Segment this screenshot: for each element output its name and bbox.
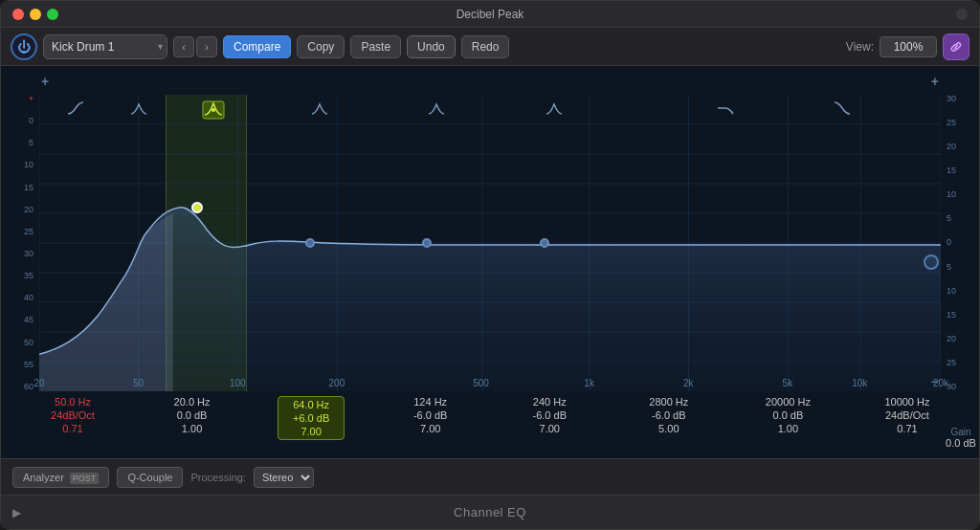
band1-gain: 24dB/Oct xyxy=(51,409,95,421)
gain-label: Gain xyxy=(943,427,979,437)
nav-next-button[interactable]: › xyxy=(196,36,217,57)
footer-title: Channel EQ xyxy=(454,505,526,519)
band4-gain: -6.0 dB xyxy=(413,409,447,421)
band7-freq: 20000 Hz xyxy=(766,396,811,408)
window-controls xyxy=(12,9,58,20)
band3-gain: +6.0 dB xyxy=(293,412,329,424)
title-bar: Decibel Peak xyxy=(1,1,979,28)
band8-handle[interactable] xyxy=(833,100,852,121)
svg-point-21 xyxy=(212,108,215,112)
main-window: Decibel Peak ⏻ Kick Drum 1 ▾ ‹ › Compare… xyxy=(0,0,980,530)
y-label-r25b: 25 xyxy=(947,359,956,367)
eq-point-band4[interactable] xyxy=(305,238,315,248)
band5-gain: -6.0 dB xyxy=(533,409,567,421)
y-label-10a: 10 xyxy=(24,161,33,169)
band6-handle[interactable] xyxy=(545,100,564,121)
y-label-r10b: 10 xyxy=(947,287,956,296)
x-label-500: 500 xyxy=(473,378,489,388)
band2-handle[interactable] xyxy=(129,100,148,121)
paste-button[interactable]: Paste xyxy=(350,35,401,58)
y-label-r15: 15 xyxy=(947,166,956,175)
close-button[interactable] xyxy=(12,9,24,20)
eq-point-band3[interactable] xyxy=(191,202,203,213)
power-button[interactable]: ⏻ xyxy=(11,33,37,60)
x-label-50: 50 xyxy=(133,378,144,388)
x-label-10k: 10k xyxy=(852,378,867,388)
band5-freq: 240 Hz xyxy=(533,396,567,408)
y-label-0: 0 xyxy=(29,117,33,125)
y-label-30a: 30 xyxy=(24,250,33,258)
y-label-r0: 0 xyxy=(947,238,951,247)
compare-button[interactable]: Compare xyxy=(223,35,291,58)
x-axis: 20 50 100 200 500 1k 2k 5k 10k 20k xyxy=(39,374,941,391)
qcouple-button[interactable]: Q-Couple xyxy=(117,467,183,488)
maximize-button[interactable] xyxy=(47,9,58,20)
eq-main-area[interactable] xyxy=(39,95,941,391)
y-label-plus: + xyxy=(29,95,33,103)
processing-label: Processing: xyxy=(190,472,245,483)
x-label-5k: 5k xyxy=(783,378,793,388)
band3-info: 64.0 Hz +6.0 dB 7.00 xyxy=(278,396,345,440)
band7-q: 1.00 xyxy=(778,423,798,434)
preset-select[interactable]: Kick Drum 1 xyxy=(43,34,167,59)
y-label-40a: 40 xyxy=(24,294,33,302)
bottom-controls: Analyzer POST Q-Couple Processing: Stere… xyxy=(1,458,979,495)
resize-icon xyxy=(956,9,968,20)
band8-info: 10000 Hz 24dB/Oct 0.71 xyxy=(874,396,941,434)
play-button[interactable]: ▶ xyxy=(12,506,21,519)
analyzer-button[interactable]: Analyzer POST xyxy=(12,467,109,488)
y-label-20a: 20 xyxy=(24,206,33,214)
band2-gain: 0.0 dB xyxy=(177,409,208,421)
band7-gain: 0.0 dB xyxy=(772,409,803,421)
band-info-row: 50.0 Hz 24dB/Oct 0.71 20.0 Hz 0.0 dB 1.0… xyxy=(39,396,941,449)
band4-freq: 124 Hz xyxy=(413,396,447,408)
band2-info: 20.0 Hz 0.0 dB 1.00 xyxy=(159,396,226,434)
minimize-button[interactable] xyxy=(30,9,41,20)
band3-q: 7.00 xyxy=(301,426,321,437)
y-label-r20: 20 xyxy=(947,143,956,151)
link-button[interactable] xyxy=(943,33,969,60)
title-bar-right xyxy=(956,9,968,20)
x-label-200: 200 xyxy=(329,378,345,388)
preset-selector-wrapper: Kick Drum 1 ▾ xyxy=(43,34,167,59)
band6-info: 2800 Hz -6.0 dB 5.00 xyxy=(635,396,702,434)
link-icon xyxy=(949,40,963,54)
band5-info: 240 Hz -6.0 dB 7.00 xyxy=(516,396,583,434)
band6-gain: -6.0 dB xyxy=(652,409,685,421)
y-label-15a: 15 xyxy=(24,184,33,192)
band4-info: 124 Hz -6.0 dB 7.00 xyxy=(397,396,464,434)
processing-select[interactable]: Stereo Left Right Mid Side xyxy=(254,467,314,488)
band4-q: 7.00 xyxy=(420,423,440,434)
band4-handle[interactable] xyxy=(310,100,329,121)
undo-button[interactable]: Undo xyxy=(407,35,456,58)
band8-freq: 10000 Hz xyxy=(884,396,929,408)
plus-right-icon: + xyxy=(931,74,939,89)
redo-button[interactable]: Redo xyxy=(461,35,510,58)
x-label-100: 100 xyxy=(230,378,246,388)
y-label-50a: 50 xyxy=(24,339,33,347)
plus-left-icon: + xyxy=(41,74,49,89)
band2-freq: 20.0 Hz xyxy=(174,396,211,408)
eq-container: + 0 5 10 15 20 25 30 35 40 45 50 55 60 3… xyxy=(1,66,979,458)
band7-handle[interactable] xyxy=(716,100,735,121)
x-label-20: 20 xyxy=(33,378,44,388)
band1-freq: 50.0 Hz xyxy=(55,396,91,408)
eq-curve-svg xyxy=(39,95,941,391)
band8-gain: 24dB/Oct xyxy=(885,409,929,421)
y-axis-right: 30 25 20 15 10 5 0 5 10 15 20 25 30 xyxy=(943,95,979,391)
eq-point-band6[interactable] xyxy=(540,238,549,248)
band5-handle[interactable] xyxy=(427,100,446,121)
eq-point-band5[interactable] xyxy=(422,238,432,248)
band8-q: 0.71 xyxy=(897,423,917,434)
nav-prev-button[interactable]: ‹ xyxy=(173,36,194,57)
x-label-20k: 20k xyxy=(933,378,948,388)
toolbar: ⏻ Kick Drum 1 ▾ ‹ › Compare Copy Paste U… xyxy=(1,28,979,66)
band1-handle[interactable] xyxy=(66,100,85,121)
band7-info: 20000 Hz 0.0 dB 1.00 xyxy=(754,396,821,434)
band3-handle[interactable] xyxy=(202,100,225,123)
y-label-r10: 10 xyxy=(947,190,956,199)
band2-q: 1.00 xyxy=(182,423,202,434)
view-input[interactable] xyxy=(880,36,937,57)
copy-button[interactable]: Copy xyxy=(297,35,345,58)
view-label: View: xyxy=(846,40,874,54)
